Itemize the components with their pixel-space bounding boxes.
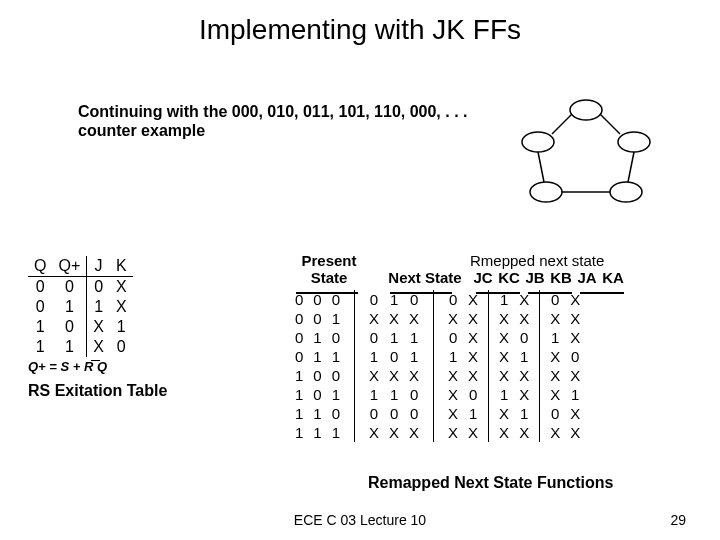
svg-point-0 bbox=[570, 100, 602, 120]
svg-line-5 bbox=[552, 114, 572, 134]
page-title: Implementing with JK FFs bbox=[0, 14, 720, 46]
table-row: 100XXXXXXXXX bbox=[290, 366, 585, 385]
rs-equation: Q+ = S + R Q bbox=[28, 359, 167, 374]
state-transition-table: Present State Next State Rmepped next st… bbox=[290, 252, 626, 442]
table-row: 0100110XX01X bbox=[290, 328, 585, 347]
remap-caption: Remapped Next State Functions bbox=[368, 474, 613, 492]
col-remapped: Rmepped next state bbox=[470, 252, 626, 269]
svg-point-1 bbox=[522, 132, 554, 152]
svg-point-4 bbox=[610, 182, 642, 202]
subtitle: Continuing with the 000, 010, 011, 101, … bbox=[78, 102, 498, 140]
table-row: 0111011XX1X0 bbox=[290, 347, 585, 366]
state-diagram bbox=[516, 92, 656, 222]
svg-point-2 bbox=[618, 132, 650, 152]
svg-line-6 bbox=[538, 152, 544, 182]
svg-line-9 bbox=[600, 114, 620, 134]
table-row: 101110X01XX1 bbox=[290, 385, 585, 404]
rs-excitation-table: Q Q+ J K 000X 011X 10X1 11X0 Q+ = S + R … bbox=[28, 256, 167, 400]
svg-line-8 bbox=[628, 152, 634, 182]
footer-page: 29 bbox=[670, 512, 686, 528]
main-data-rows: 0000100X1X0X001XXXXXXXXX0100110XX01X0111… bbox=[290, 290, 585, 442]
table-row: 001XXXXXXXXX bbox=[290, 309, 585, 328]
svg-point-3 bbox=[530, 182, 562, 202]
col-next: Next State bbox=[386, 270, 464, 287]
footer-lecture: ECE C 03 Lecture 10 bbox=[0, 512, 720, 528]
col-present: Present State bbox=[290, 253, 368, 286]
rs-caption: RS Exitation Table bbox=[28, 382, 167, 400]
table-row: 111XXXXXXXXX bbox=[290, 423, 585, 442]
table-row: 110000X1X10X bbox=[290, 404, 585, 423]
